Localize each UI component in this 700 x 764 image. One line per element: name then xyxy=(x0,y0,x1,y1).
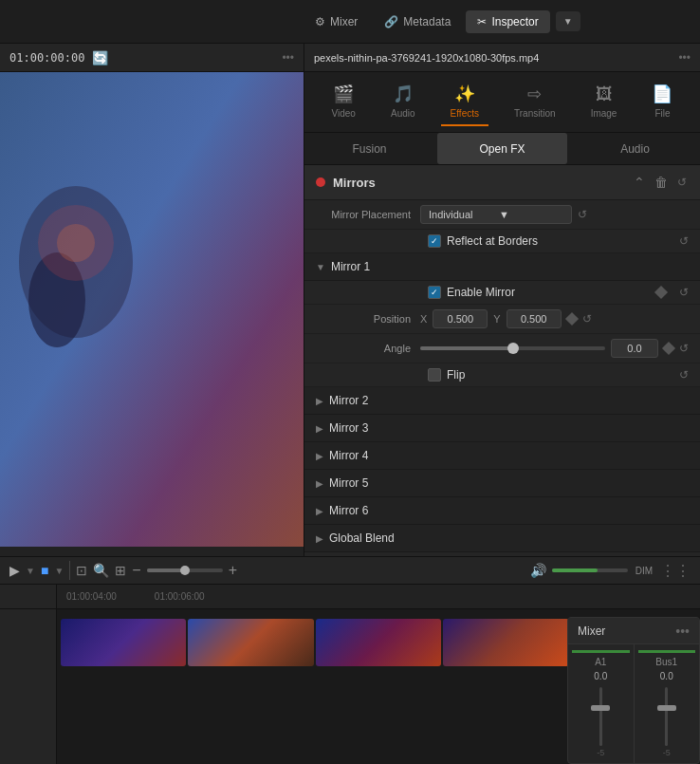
tab-audio[interactable]: 🎵 Audio xyxy=(381,78,425,126)
mirror6-title: Mirror 6 xyxy=(329,504,368,517)
color-tool-icon[interactable]: ■ xyxy=(41,563,48,578)
inspector-button[interactable]: ✂ Inspector xyxy=(466,10,549,33)
filename-text: pexels-nithin-pa-3769241-1920x1080-30fps… xyxy=(314,52,672,64)
zoom-out-icon[interactable]: − xyxy=(132,562,140,579)
time-display: 01:00:00:00 xyxy=(9,51,84,65)
time-bar-icon[interactable]: 🔄 xyxy=(92,50,108,65)
mirror2-title: Mirror 2 xyxy=(329,394,368,407)
bus1-fader-handle[interactable] xyxy=(657,705,676,711)
tab-video[interactable]: 🎬 Video xyxy=(322,78,365,126)
mirror4-header[interactable]: ▶ Mirror 4 xyxy=(304,442,700,470)
mirror6-header[interactable]: ▶ Mirror 6 xyxy=(304,497,700,525)
timeline-header: 01:00:04:00 01:00:06:00 xyxy=(0,585,700,609)
angle-reset[interactable]: ↺ xyxy=(679,342,689,355)
tabs-row: 🎬 Video 🎵 Audio ✨ Effects ⇨ Transition 🖼… xyxy=(304,72,700,133)
flip-checkbox[interactable] xyxy=(428,368,441,382)
reset-icon[interactable]: ↺ xyxy=(675,174,689,191)
position-keyframe[interactable] xyxy=(565,312,579,326)
enable-mirror-reset[interactable]: ↺ xyxy=(679,286,689,299)
subtab-audio[interactable]: Audio xyxy=(570,133,700,164)
color-dropdown-icon[interactable]: ▼ xyxy=(54,566,64,576)
tab-image[interactable]: 🖼 Image xyxy=(581,79,627,126)
subtab-fusion-label: Fusion xyxy=(352,142,386,156)
flip-label: Flip xyxy=(447,368,465,382)
reflect-borders-checkbox[interactable] xyxy=(428,234,441,248)
mixer-dots[interactable]: ••• xyxy=(675,624,690,639)
position-value: X Y ↺ xyxy=(420,309,689,328)
timeline-time2: 01:00:06:00 xyxy=(155,591,205,602)
tab-effects[interactable]: ✨ Effects xyxy=(441,78,488,126)
mirrors-active-dot[interactable] xyxy=(316,177,325,187)
zoom-slider-track[interactable] xyxy=(147,568,223,572)
effect-content: Mirrors ⌃ 🗑 ↺ Mirror Placement Individua… xyxy=(304,165,700,623)
position-reset[interactable]: ↺ xyxy=(582,312,592,326)
tab-audio-label: Audio xyxy=(391,108,415,119)
mirror-placement-reset[interactable]: ↺ xyxy=(578,208,587,221)
zoom-slider-thumb[interactable] xyxy=(180,566,190,575)
zoom-add-icon[interactable]: + xyxy=(229,562,237,579)
a1-fader-handle[interactable] xyxy=(591,705,610,711)
time-bar-dots[interactable]: ••• xyxy=(282,51,294,65)
mirror-placement-row: Mirror Placement Individual ▼ ↺ xyxy=(304,200,700,230)
mirror3-header[interactable]: ▶ Mirror 3 xyxy=(304,415,700,442)
reflect-borders-row: Reflect at Borders ↺ xyxy=(304,230,700,253)
select-tool-icon[interactable]: ▶ xyxy=(9,563,20,578)
select-dropdown-icon[interactable]: ▼ xyxy=(26,566,35,576)
subtab-openfx[interactable]: Open FX xyxy=(437,133,567,164)
mirror5-header[interactable]: ▶ Mirror 5 xyxy=(304,470,700,497)
angle-slider-container xyxy=(420,346,605,350)
zoom-slider-fill xyxy=(147,568,185,572)
subtab-fusion[interactable]: Fusion xyxy=(304,133,434,164)
angle-keyframe[interactable] xyxy=(662,342,675,355)
y-input[interactable] xyxy=(507,309,562,328)
angle-slider-track[interactable] xyxy=(420,346,605,350)
dropdown-arrow-icon: ▼ xyxy=(499,209,563,220)
zoom-marker-icon[interactable]: ⊞ xyxy=(115,563,126,578)
expand-icon[interactable]: ⌃ xyxy=(632,173,647,192)
metadata-button[interactable]: 🔗 Metadata xyxy=(373,10,462,33)
mixer-button[interactable]: ⚙ Mixer xyxy=(304,10,369,33)
timeline-time1: 01:00:04:00 xyxy=(66,591,117,602)
bus1-fader-track xyxy=(665,687,668,746)
volume-section: 🔊 xyxy=(530,563,628,578)
a1-label: A1 xyxy=(595,657,606,667)
mirrors-title: Mirrors xyxy=(333,176,624,190)
angle-input[interactable] xyxy=(611,339,658,358)
mixer-col-a1: A1 0.0 -5 xyxy=(568,644,635,763)
mixer-title: Mixer xyxy=(578,624,670,638)
volume-icon[interactable]: 🔊 xyxy=(530,563,546,578)
reflect-borders-reset[interactable]: ↺ xyxy=(679,234,689,248)
mirror2-header[interactable]: ▶ Mirror 2 xyxy=(304,387,700,415)
tab-file[interactable]: 📄 File xyxy=(642,78,682,126)
options-icon[interactable]: ⋮⋮ xyxy=(660,562,691,580)
position-label: Position xyxy=(316,313,420,325)
a1-db-marks: -5 xyxy=(597,748,604,757)
dim-label[interactable]: DIM xyxy=(636,566,653,576)
bus1-label: Bus1 xyxy=(655,657,677,667)
global-blend-header[interactable]: ▶ Global Blend xyxy=(304,525,700,552)
mixer-label: Mixer xyxy=(330,15,358,28)
tab-transition[interactable]: ⇨ Transition xyxy=(505,78,565,126)
bus1-db-minus5: -5 xyxy=(663,748,671,757)
subtabs-row: Fusion Open FX Audio xyxy=(304,133,700,165)
subtab-audio-label: Audio xyxy=(620,142,650,156)
mirror1-header[interactable]: ▼ Mirror 1 xyxy=(304,253,700,281)
filename-dots[interactable]: ••• xyxy=(678,51,691,65)
inspector-dropdown-button[interactable]: ▼ xyxy=(556,11,580,31)
flip-reset[interactable]: ↺ xyxy=(679,368,689,382)
delete-icon[interactable]: 🗑 xyxy=(653,173,670,192)
mirror4-arrow-icon: ▶ xyxy=(316,451,323,461)
x-label: X xyxy=(420,313,427,325)
mirror-placement-dropdown[interactable]: Individual ▼ xyxy=(420,205,572,224)
angle-slider-thumb[interactable] xyxy=(507,343,519,354)
enable-mirror-checkbox[interactable] xyxy=(428,286,441,299)
zoom-fit-icon[interactable]: ⊡ xyxy=(76,563,87,578)
metadata-icon: 🔗 xyxy=(384,15,398,28)
bus1-level-bar xyxy=(638,650,696,653)
enable-mirror-keyframe[interactable] xyxy=(654,286,668,299)
volume-bar[interactable] xyxy=(552,568,628,572)
mixer-panel: Mixer ••• A1 0.0 -5 Bus1 0.0 -5 xyxy=(567,617,700,764)
zoom-in-icon[interactable]: 🔍 xyxy=(93,563,109,578)
x-input[interactable] xyxy=(433,309,488,328)
clip-thumb-4 xyxy=(443,619,568,666)
